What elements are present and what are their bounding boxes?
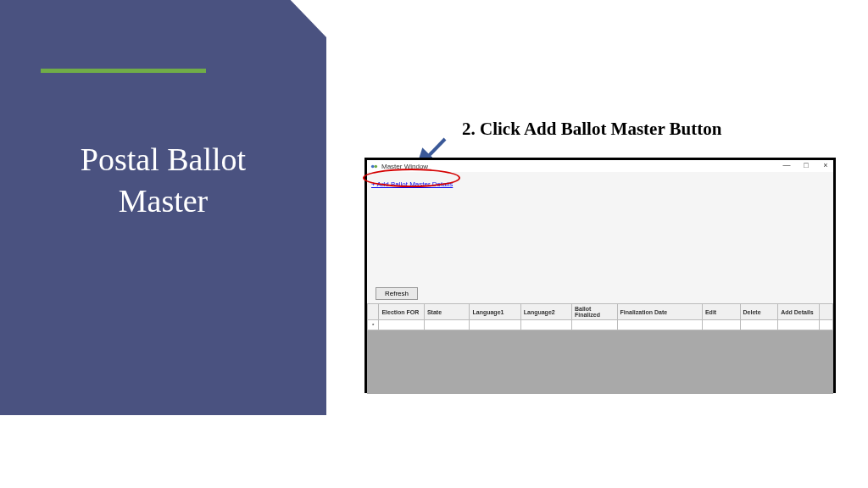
cell: [702, 320, 740, 330]
col-finalization-date: Finalization Date: [617, 304, 702, 320]
table-header-row: Election FOR State Language1 Language2 B…: [368, 304, 833, 320]
col-language1: Language1: [470, 304, 520, 320]
col-election-for: Election FOR: [379, 304, 425, 320]
blank-area: [367, 187, 833, 282]
side-panel: Postal Ballot Master: [0, 0, 326, 415]
refresh-button[interactable]: Refresh: [376, 287, 418, 300]
col-ballot-finalized: Ballot Finalized: [571, 304, 617, 320]
empty-grid-area: [367, 330, 833, 394]
table-row: *: [368, 320, 833, 330]
minimize-button[interactable]: —: [781, 161, 793, 169]
instruction-text: 2. Click Add Ballot Master Button: [462, 119, 721, 140]
app-icon: [370, 163, 378, 170]
maximize-button[interactable]: □: [800, 161, 812, 169]
refresh-row: Refresh: [367, 282, 833, 303]
cell: [520, 320, 571, 330]
cell: [617, 320, 702, 330]
add-ballot-master-link[interactable]: + Add Ballot Master Details: [371, 180, 453, 188]
col-edit: Edit: [702, 304, 740, 320]
close-button[interactable]: ×: [820, 161, 832, 169]
svg-point-3: [375, 164, 378, 168]
col-state: State: [424, 304, 470, 320]
cell: [379, 320, 425, 330]
col-spacer: [820, 304, 833, 320]
table-container: Election FOR State Language1 Language2 B…: [367, 303, 833, 330]
cell: [470, 320, 520, 330]
cell: [820, 320, 833, 330]
row-marker: *: [368, 320, 379, 330]
cell: [424, 320, 470, 330]
col-language2: Language2: [520, 304, 571, 320]
titlebar: Master Window — □ ×: [367, 160, 833, 172]
window-title: Master Window: [381, 163, 428, 170]
accent-line: [41, 69, 206, 73]
cell: [571, 320, 617, 330]
app-window: Master Window — □ × + Add Ballot Master …: [364, 158, 836, 393]
window-controls: — □ ×: [781, 161, 832, 169]
cell: [778, 320, 820, 330]
cell: [740, 320, 778, 330]
ballot-table: Election FOR State Language1 Language2 B…: [367, 303, 833, 330]
svg-point-2: [371, 164, 375, 168]
col-delete: Delete: [740, 304, 778, 320]
panel-title: Postal Ballot Master: [0, 139, 326, 223]
link-area: + Add Ballot Master Details: [367, 172, 833, 187]
col-add-details: Add Details: [778, 304, 820, 320]
header-marker: [368, 304, 379, 320]
